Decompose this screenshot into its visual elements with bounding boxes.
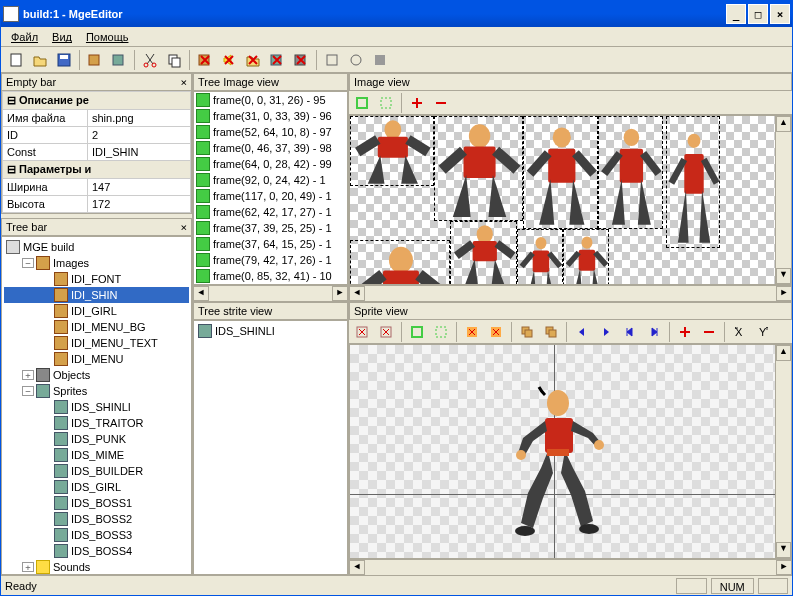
- frame-item[interactable]: frame(0, 46, 37, 39) - 98: [194, 140, 347, 156]
- tree-sounds-folder[interactable]: +Sounds: [4, 559, 189, 575]
- sv-btn-b[interactable]: [375, 321, 397, 343]
- tree-image-item[interactable]: IDI_MENU: [4, 351, 189, 367]
- maximize-button[interactable]: □: [748, 4, 768, 24]
- tree-image-item[interactable]: IDI_MENU_TEXT: [4, 335, 189, 351]
- sv-prev[interactable]: [571, 321, 593, 343]
- sv-del-b[interactable]: [485, 321, 507, 343]
- prop-filename-value[interactable]: shin.png: [88, 110, 191, 127]
- prop-width-value[interactable]: 147: [88, 179, 191, 196]
- sv-btn-a[interactable]: [351, 321, 373, 343]
- del-folder-button[interactable]: [242, 49, 264, 71]
- image-vscroll[interactable]: ▲▼: [775, 116, 791, 284]
- tree-sprite-item[interactable]: IDS_SHINLI: [4, 399, 189, 415]
- sprite-tree[interactable]: IDS_SHINLI: [193, 320, 348, 575]
- tree-objects-folder[interactable]: +Objects: [4, 367, 189, 383]
- image-canvas[interactable]: ▲▼: [349, 115, 792, 285]
- frame-item[interactable]: frame(92, 0, 24, 42) - 1: [194, 172, 347, 188]
- tree-sprite-item[interactable]: IDS_BOSS2: [4, 511, 189, 527]
- del-image-button[interactable]: [194, 49, 216, 71]
- cut-button[interactable]: [139, 49, 161, 71]
- tree-image-item[interactable]: IDI_SHIN: [4, 287, 189, 303]
- frame-item[interactable]: frame(37, 39, 25, 25) - 1: [194, 220, 347, 236]
- menu-file[interactable]: Файл: [5, 29, 44, 45]
- frame-item[interactable]: frame(64, 0, 28, 42) - 99: [194, 156, 347, 172]
- tree-root[interactable]: MGE build: [4, 239, 189, 255]
- sprite-hscroll[interactable]: ◄►: [349, 559, 792, 575]
- sprite-canvas[interactable]: ▲▼: [349, 344, 792, 559]
- iv-select-button[interactable]: [351, 92, 373, 114]
- close-button[interactable]: ×: [770, 4, 790, 24]
- save-button[interactable]: [53, 49, 75, 71]
- tree-sprite-item[interactable]: IDS_BOSS1: [4, 495, 189, 511]
- tree-image-item[interactable]: IDI_MENU_BG: [4, 319, 189, 335]
- del-sound-button[interactable]: [218, 49, 240, 71]
- sprite-vscroll[interactable]: ▲▼: [775, 345, 791, 558]
- add-image-button[interactable]: [84, 49, 106, 71]
- tree-sprite-item[interactable]: IDS_BOSS3: [4, 527, 189, 543]
- sv-next[interactable]: [595, 321, 617, 343]
- prop-id-value[interactable]: 2: [88, 127, 191, 144]
- tree-sprites-folder[interactable]: −Sprites: [4, 383, 189, 399]
- tree-sprite-item[interactable]: IDS_BOSS4: [4, 543, 189, 559]
- frame-item[interactable]: frame(0, 0, 31, 26) - 95: [194, 92, 347, 108]
- tree-bar-close[interactable]: ×: [180, 221, 187, 234]
- tree-sprite-item[interactable]: IDS_PUNK: [4, 431, 189, 447]
- frame-list-hscroll[interactable]: ◄►: [193, 285, 348, 301]
- sv-crop[interactable]: [430, 321, 452, 343]
- copy-button[interactable]: [163, 49, 185, 71]
- menu-view[interactable]: Вид: [46, 29, 78, 45]
- frame-item[interactable]: frame(31, 0, 33, 39) - 96: [194, 108, 347, 124]
- frame-item[interactable]: frame(79, 42, 17, 26) - 1: [194, 252, 347, 268]
- minimize-button[interactable]: _: [726, 4, 746, 24]
- sprite-sheet-frame[interactable]: [666, 116, 720, 248]
- sprite-tree-item[interactable]: IDS_SHINLI: [196, 323, 345, 339]
- project-tree[interactable]: MGE build −Images IDI_FONTIDI_SHINIDI_GI…: [1, 236, 192, 575]
- iv-remove-button[interactable]: [430, 92, 452, 114]
- sv-remove[interactable]: [698, 321, 720, 343]
- tool-c-button[interactable]: [369, 49, 391, 71]
- sv-copy-b[interactable]: [540, 321, 562, 343]
- new-button[interactable]: [5, 49, 27, 71]
- sprite-sheet-frame[interactable]: [350, 116, 434, 186]
- prop-const-value[interactable]: IDI_SHIN: [88, 144, 191, 161]
- frame-item[interactable]: frame(0, 85, 32, 41) - 10: [194, 268, 347, 284]
- open-button[interactable]: [29, 49, 51, 71]
- tree-images-folder[interactable]: −Images: [4, 255, 189, 271]
- sprite-sheet-frame[interactable]: [563, 229, 609, 285]
- del-sprite-button[interactable]: [266, 49, 288, 71]
- tree-sprite-item[interactable]: IDS_GIRL: [4, 479, 189, 495]
- frame-item[interactable]: frame(37, 64, 15, 25) - 1: [194, 236, 347, 252]
- add-sprite-button[interactable]: [108, 49, 130, 71]
- sv-copy-a[interactable]: [516, 321, 538, 343]
- sprite-sheet-frame[interactable]: [434, 116, 523, 221]
- sv-add[interactable]: [674, 321, 696, 343]
- del-obj-button[interactable]: [290, 49, 312, 71]
- sprite-sheet-frame[interactable]: [517, 229, 563, 285]
- sv-flip-y[interactable]: Y: [753, 321, 775, 343]
- sv-flip-x[interactable]: X: [729, 321, 751, 343]
- sprite-sheet-frame[interactable]: [450, 221, 518, 285]
- iv-add-button[interactable]: [406, 92, 428, 114]
- tree-sprite-item[interactable]: IDS_TRAITOR: [4, 415, 189, 431]
- frame-list[interactable]: frame(0, 0, 31, 26) - 95frame(31, 0, 33,…: [193, 91, 348, 285]
- tree-image-item[interactable]: IDI_GIRL: [4, 303, 189, 319]
- empty-bar-close[interactable]: ×: [180, 76, 187, 89]
- frame-item[interactable]: frame(117, 0, 20, 49) - 1: [194, 188, 347, 204]
- sprite-sheet-frame[interactable]: [598, 116, 663, 229]
- sprite-sheet-frame[interactable]: [350, 240, 450, 285]
- tree-sprite-item[interactable]: IDS_BUILDER: [4, 463, 189, 479]
- tool-b-button[interactable]: [345, 49, 367, 71]
- sv-del-a[interactable]: [461, 321, 483, 343]
- sv-first[interactable]: [619, 321, 641, 343]
- tree-image-item[interactable]: IDI_FONT: [4, 271, 189, 287]
- menu-help[interactable]: Помощь: [80, 29, 135, 45]
- frame-item[interactable]: frame(62, 42, 17, 27) - 1: [194, 204, 347, 220]
- tool-a-button[interactable]: [321, 49, 343, 71]
- iv-crop-button[interactable]: [375, 92, 397, 114]
- prop-height-value[interactable]: 172: [88, 196, 191, 213]
- sv-select[interactable]: [406, 321, 428, 343]
- image-hscroll[interactable]: ◄►: [349, 285, 792, 301]
- sprite-sheet-frame[interactable]: [523, 116, 599, 229]
- tree-sprite-item[interactable]: IDS_MIME: [4, 447, 189, 463]
- frame-item[interactable]: frame(52, 64, 10, 8) - 97: [194, 124, 347, 140]
